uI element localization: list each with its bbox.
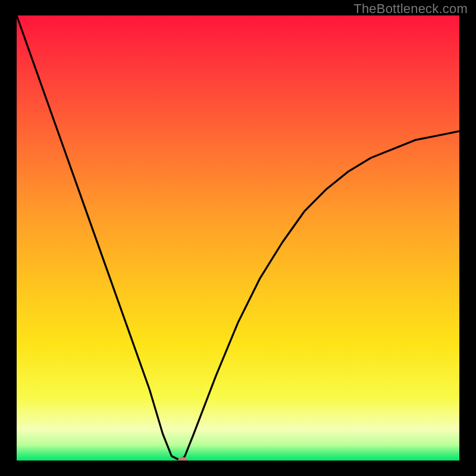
chart-svg	[17, 15, 459, 461]
chart-frame: TheBottleneck.com	[0, 0, 476, 476]
gradient-background	[17, 15, 459, 461]
watermark-text: TheBottleneck.com	[353, 1, 468, 17]
plot-area	[17, 15, 459, 461]
